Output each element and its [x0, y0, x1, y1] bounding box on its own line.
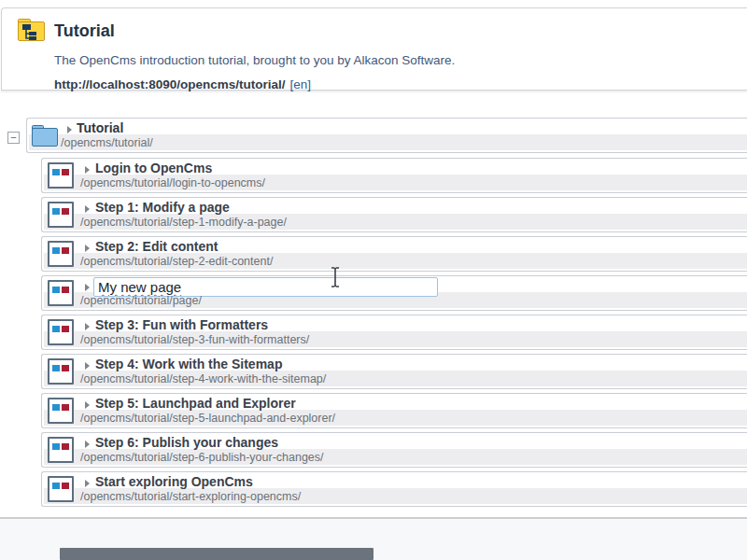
sitemap-entry[interactable]: Step 4: Work with the Sitemap /opencms/t… — [41, 354, 747, 389]
expander-icon[interactable] — [85, 323, 90, 330]
containerpage-icon — [48, 241, 74, 267]
sitemap-root-entry[interactable]: Tutorial /opencms/tutorial/ — [26, 118, 747, 153]
entry-title: Step 4: Work with the Sitemap — [95, 357, 282, 371]
entry-path: /opencms/tutorial/start-exploring-opencm… — [80, 490, 301, 503]
page-url: http://localhost:8090/opencms/tutorial/[… — [54, 77, 311, 91]
entry-title: Step 5: Launchpad and Explorer — [95, 396, 296, 411]
entry-path: /opencms/tutorial/step-1-modify-a-page/ — [80, 216, 287, 229]
entry-path: /opencms/tutorial/ — [61, 136, 153, 149]
entry-title: Step 2: Edit content — [95, 239, 218, 254]
containerpage-icon — [48, 319, 74, 345]
entry-title: Start exploring OpenCms — [95, 474, 253, 489]
containerpage-icon — [48, 280, 74, 306]
expander-icon[interactable] — [85, 401, 90, 409]
url-text: http://localhost:8090/opencms/tutorial/ — [54, 77, 286, 91]
horizontal-scrollbar-thumb[interactable] — [60, 548, 374, 560]
expander-icon[interactable] — [67, 126, 72, 133]
tree-collapse-toggle[interactable]: − — [7, 132, 20, 144]
expander-icon[interactable] — [85, 441, 90, 448]
entry-path: /opencms/tutorial/login-to-opencms/ — [80, 176, 265, 189]
expander-icon[interactable] — [85, 245, 90, 252]
folder-icon — [30, 124, 60, 152]
entry-title: Login to OpenCms — [95, 161, 212, 175]
expander-icon[interactable] — [85, 284, 90, 291]
sitemap-header: Tutorial The OpenCms introduction tutori… — [1, 7, 747, 91]
sitemap-entry[interactable]: Start exploring OpenCms /opencms/tutoria… — [41, 471, 747, 507]
entry-title: Tutorial — [77, 120, 123, 135]
entry-path: /opencms/tutorial/step-2-edit-content/ — [80, 255, 273, 268]
entry-title: Step 1: Modify a page — [95, 200, 230, 215]
containerpage-icon — [48, 476, 74, 502]
page-title: Tutorial — [54, 21, 115, 41]
sitemap-folder-icon — [17, 17, 47, 47]
containerpage-icon — [48, 162, 74, 189]
entry-path: /opencms/tutorial/step-3-fun-with-format… — [80, 333, 309, 346]
sitemap-entry-renaming[interactable]: My new page /opencms/tutorial/page/ — [41, 275, 747, 311]
entry-title: Step 6: Publish your changes — [95, 435, 278, 450]
containerpage-icon — [48, 358, 74, 385]
sitemap-entry[interactable]: Step 3: Fun with Formatters /opencms/tut… — [41, 315, 747, 350]
expander-icon[interactable] — [85, 166, 90, 174]
entry-path: /opencms/tutorial/page/ — [80, 294, 202, 307]
locale-badge: [en] — [290, 77, 312, 91]
sitemap-entry[interactable]: Login to OpenCms /opencms/tutorial/login… — [41, 158, 747, 193]
ibeam-cursor-icon — [330, 267, 341, 291]
rename-input-text: My new page — [98, 279, 181, 295]
entry-title: Step 3: Fun with Formatters — [95, 317, 268, 332]
containerpage-icon — [48, 202, 74, 228]
expander-icon[interactable] — [85, 480, 90, 487]
sitemap-entry[interactable]: Step 2: Edit content /opencms/tutorial/s… — [41, 236, 747, 272]
entry-path: /opencms/tutorial/step-4-work-with-the-s… — [80, 372, 326, 385]
sitemap-entry[interactable]: Step 1: Modify a page /opencms/tutorial/… — [41, 197, 747, 232]
sitemap-entry[interactable]: Step 6: Publish your changes /opencms/tu… — [41, 432, 747, 468]
containerpage-icon — [48, 437, 74, 463]
entry-path: /opencms/tutorial/step-6-publish-your-ch… — [80, 451, 324, 464]
expander-icon[interactable] — [85, 205, 90, 213]
entry-path: /opencms/tutorial/step-5-launchpad-and-e… — [80, 412, 335, 425]
expander-icon[interactable] — [85, 362, 90, 370]
containerpage-icon — [48, 398, 74, 424]
sitemap-entry[interactable]: Step 5: Launchpad and Explorer /opencms/… — [41, 393, 747, 428]
page-subtitle: The OpenCms introduction tutorial, broug… — [54, 53, 455, 67]
